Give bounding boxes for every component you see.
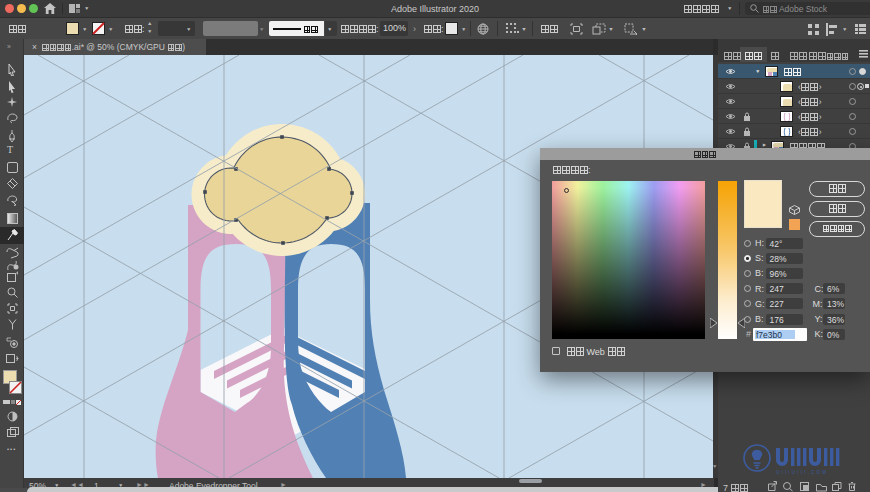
svg-text:UIIIUIII.COM: UIIIUIII.COM [776, 470, 828, 475]
